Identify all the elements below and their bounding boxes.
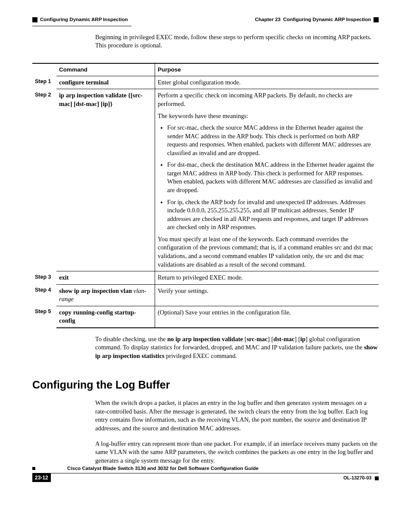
col-header-command: Command bbox=[56, 63, 155, 76]
document-page: Configuring Dynamic ARP Inspection Chapt… bbox=[0, 0, 411, 498]
footer-marker-icon bbox=[32, 467, 35, 470]
purpose-cell: Verify your settings. bbox=[155, 284, 379, 306]
chapter-number: Chapter 23 bbox=[255, 16, 280, 23]
page-footer: Cisco Catalyst Blade Switch 3130 and 303… bbox=[32, 465, 379, 482]
intro-paragraph: Beginning in privileged EXEC mode, follo… bbox=[95, 33, 379, 50]
page-number-badge: 23-12 bbox=[32, 473, 51, 482]
trailer-paragraph: You must specify at least one of the key… bbox=[158, 235, 376, 269]
section-paragraph: When the switch drops a packet, it place… bbox=[95, 399, 379, 432]
footer-guide-title: Cisco Catalyst Blade Switch 3130 and 303… bbox=[67, 465, 258, 472]
purpose-cell: Enter global configuration mode. bbox=[155, 76, 379, 89]
list-item: For dst-mac, check the destination MAC a… bbox=[167, 161, 376, 194]
after-table-paragraph: To disable checking, use the no ip arp i… bbox=[95, 335, 379, 361]
header-rule bbox=[32, 26, 131, 26]
command-cell: exit bbox=[56, 271, 155, 285]
command-cell: ip arp inspection validate {[src-mac] [d… bbox=[56, 89, 155, 271]
purpose-cell: Perform a specific check on incoming ARP… bbox=[155, 89, 379, 271]
section-paragraph: A log-buffer entry can represent more th… bbox=[95, 440, 379, 465]
chapter-title: Configuring Dynamic ARP Inspection bbox=[283, 16, 371, 23]
running-header: Configuring Dynamic ARP Inspection Chapt… bbox=[32, 16, 379, 23]
col-header-purpose: Purpose bbox=[155, 63, 379, 76]
footer-marker-icon bbox=[375, 476, 379, 480]
command-cell: configure terminal bbox=[56, 76, 155, 89]
keyword-list: For src-mac, check the source MAC addres… bbox=[158, 124, 376, 232]
steps-table: Command Purpose Step 1 configure termina… bbox=[32, 63, 379, 328]
table-row: Step 1 configure terminal Enter global c… bbox=[32, 76, 379, 89]
command-cell: copy running-config startup-config bbox=[56, 306, 155, 328]
step-label: Step 1 bbox=[32, 76, 56, 89]
table-row: Step 3 exit Return to privileged EXEC mo… bbox=[32, 271, 379, 285]
table-row: Step 2 ip arp inspection validate {[src-… bbox=[32, 89, 379, 271]
table-row: Step 4 show ip arp inspection vlan vlan-… bbox=[32, 284, 379, 306]
section-heading: Configuring the Log Buffer bbox=[32, 378, 379, 392]
table-row: Step 5 copy running-config startup-confi… bbox=[32, 306, 379, 328]
header-marker-icon bbox=[374, 17, 379, 22]
section-title: Configuring Dynamic ARP Inspection bbox=[40, 16, 128, 23]
step-label: Step 3 bbox=[32, 271, 56, 285]
doc-id: OL-13270-03 bbox=[343, 475, 371, 480]
list-item: For src-mac, check the source MAC addres… bbox=[167, 124, 376, 157]
header-marker-icon bbox=[32, 17, 37, 22]
command-cell: show ip arp inspection vlan vlan-range bbox=[56, 284, 155, 306]
step-label: Step 2 bbox=[32, 89, 56, 271]
list-item: For ip, check the ARP body for invalid a… bbox=[167, 198, 376, 232]
purpose-cell: (Optional) Save your entries in the conf… bbox=[155, 306, 379, 328]
step-label: Step 4 bbox=[32, 284, 56, 306]
step-label: Step 5 bbox=[32, 306, 56, 328]
purpose-cell: Return to privileged EXEC mode. bbox=[155, 271, 379, 285]
